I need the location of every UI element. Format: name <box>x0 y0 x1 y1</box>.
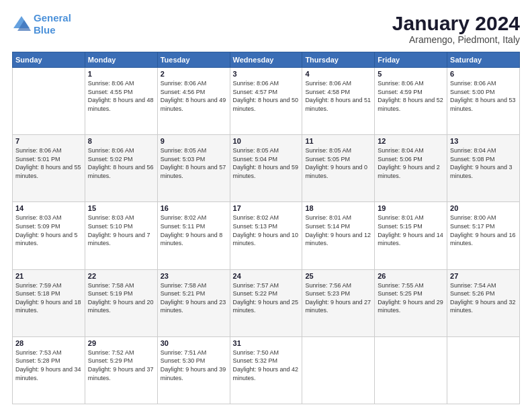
calendar-cell: 31Sunrise: 7:50 AMSunset: 5:32 PMDayligh… <box>230 336 302 404</box>
calendar-cell: 15Sunrise: 8:03 AMSunset: 5:10 PMDayligh… <box>85 202 157 269</box>
day-number: 12 <box>378 137 444 145</box>
header: General Blue January 2024 Aramengo, Pied… <box>12 12 520 45</box>
logo-text: General Blue <box>34 12 71 36</box>
weekday-header-thursday: Thursday <box>302 52 375 68</box>
calendar-cell: 10Sunrise: 8:05 AMSunset: 5:04 PMDayligh… <box>230 135 302 202</box>
day-number: 28 <box>15 339 82 347</box>
calendar-cell: 2Sunrise: 8:06 AMSunset: 4:56 PMDaylight… <box>157 68 230 135</box>
calendar-cell: 21Sunrise: 7:59 AMSunset: 5:18 PMDayligh… <box>13 269 85 336</box>
main-title: January 2024 <box>392 12 520 34</box>
day-info: Sunrise: 7:58 AMSunset: 5:21 PMDaylight:… <box>161 281 227 315</box>
day-info: Sunrise: 8:06 AMSunset: 4:59 PMDaylight:… <box>378 79 444 113</box>
day-info: Sunrise: 7:52 AMSunset: 5:29 PMDaylight:… <box>88 349 154 382</box>
day-number: 27 <box>450 272 517 280</box>
calendar-cell: 29Sunrise: 7:52 AMSunset: 5:29 PMDayligh… <box>85 336 157 404</box>
day-info: Sunrise: 8:02 AMSunset: 5:11 PMDaylight:… <box>161 214 227 247</box>
title-block: January 2024 Aramengo, Piedmont, Italy <box>392 12 520 45</box>
calendar-cell <box>375 336 447 404</box>
day-number: 17 <box>233 204 300 212</box>
calendar-cell: 9Sunrise: 8:05 AMSunset: 5:03 PMDaylight… <box>157 135 230 202</box>
day-info: Sunrise: 7:58 AMSunset: 5:19 PMDaylight:… <box>88 281 154 315</box>
logo: General Blue <box>12 12 71 36</box>
day-number: 11 <box>305 137 371 145</box>
day-info: Sunrise: 7:56 AMSunset: 5:23 PMDaylight:… <box>305 281 371 315</box>
calendar-cell: 13Sunrise: 8:04 AMSunset: 5:08 PMDayligh… <box>447 135 520 202</box>
weekday-header-friday: Friday <box>375 52 447 68</box>
day-info: Sunrise: 7:55 AMSunset: 5:25 PMDaylight:… <box>378 281 444 315</box>
page: General Blue January 2024 Aramengo, Pied… <box>0 0 532 411</box>
day-number: 3 <box>233 70 300 78</box>
day-number: 23 <box>161 272 227 280</box>
day-number: 31 <box>233 339 300 347</box>
calendar-cell: 27Sunrise: 7:54 AMSunset: 5:26 PMDayligh… <box>447 269 520 336</box>
day-number: 29 <box>88 339 154 347</box>
calendar-cell: 19Sunrise: 8:01 AMSunset: 5:15 PMDayligh… <box>375 202 447 269</box>
calendar-week-2: 7Sunrise: 8:06 AMSunset: 5:01 PMDaylight… <box>13 135 520 202</box>
calendar-cell: 3Sunrise: 8:06 AMSunset: 4:57 PMDaylight… <box>230 68 302 135</box>
calendar-cell: 7Sunrise: 8:06 AMSunset: 5:01 PMDaylight… <box>13 135 85 202</box>
calendar-cell: 26Sunrise: 7:55 AMSunset: 5:25 PMDayligh… <box>375 269 447 336</box>
day-info: Sunrise: 8:05 AMSunset: 5:04 PMDaylight:… <box>233 146 300 180</box>
day-number: 1 <box>88 70 154 78</box>
calendar-week-5: 28Sunrise: 7:53 AMSunset: 5:28 PMDayligh… <box>13 336 520 404</box>
day-info: Sunrise: 8:06 AMSunset: 5:00 PMDaylight:… <box>450 79 517 113</box>
day-info: Sunrise: 8:06 AMSunset: 4:55 PMDaylight:… <box>88 79 154 113</box>
day-info: Sunrise: 8:03 AMSunset: 5:09 PMDaylight:… <box>15 214 82 247</box>
day-number: 18 <box>305 204 371 212</box>
calendar-cell: 4Sunrise: 8:06 AMSunset: 4:58 PMDaylight… <box>302 68 375 135</box>
day-info: Sunrise: 8:04 AMSunset: 5:06 PMDaylight:… <box>378 146 444 180</box>
day-number: 4 <box>305 70 371 78</box>
day-number: 19 <box>378 204 444 212</box>
calendar-week-3: 14Sunrise: 8:03 AMSunset: 5:09 PMDayligh… <box>13 202 520 269</box>
day-info: Sunrise: 7:50 AMSunset: 5:32 PMDaylight:… <box>233 349 300 382</box>
day-info: Sunrise: 8:02 AMSunset: 5:13 PMDaylight:… <box>233 214 300 247</box>
day-info: Sunrise: 8:06 AMSunset: 4:57 PMDaylight:… <box>233 79 300 113</box>
calendar-table: SundayMondayTuesdayWednesdayThursdayFrid… <box>12 52 520 404</box>
day-info: Sunrise: 8:03 AMSunset: 5:10 PMDaylight:… <box>88 214 154 247</box>
logo-line1: General <box>34 12 71 24</box>
day-number: 24 <box>233 272 300 280</box>
day-number: 15 <box>88 204 154 212</box>
day-number: 6 <box>450 70 517 78</box>
calendar-cell: 6Sunrise: 8:06 AMSunset: 5:00 PMDaylight… <box>447 68 520 135</box>
calendar-cell: 24Sunrise: 7:57 AMSunset: 5:22 PMDayligh… <box>230 269 302 336</box>
logo-line2: Blue <box>34 24 56 36</box>
day-number: 26 <box>378 272 444 280</box>
calendar-cell: 25Sunrise: 7:56 AMSunset: 5:23 PMDayligh… <box>302 269 375 336</box>
weekday-header-tuesday: Tuesday <box>157 52 230 68</box>
calendar-cell: 28Sunrise: 7:53 AMSunset: 5:28 PMDayligh… <box>13 336 85 404</box>
day-info: Sunrise: 8:06 AMSunset: 5:01 PMDaylight:… <box>15 146 82 180</box>
weekday-header-row: SundayMondayTuesdayWednesdayThursdayFrid… <box>13 52 520 68</box>
calendar-cell: 5Sunrise: 8:06 AMSunset: 4:59 PMDaylight… <box>375 68 447 135</box>
day-info: Sunrise: 7:51 AMSunset: 5:30 PMDaylight:… <box>161 349 227 382</box>
day-number: 10 <box>233 137 300 145</box>
weekday-header-sunday: Sunday <box>13 52 85 68</box>
calendar-cell <box>302 336 375 404</box>
calendar-cell: 20Sunrise: 8:00 AMSunset: 5:17 PMDayligh… <box>447 202 520 269</box>
calendar-cell: 14Sunrise: 8:03 AMSunset: 5:09 PMDayligh… <box>13 202 85 269</box>
day-info: Sunrise: 7:57 AMSunset: 5:22 PMDaylight:… <box>233 281 300 315</box>
day-number: 20 <box>450 204 517 212</box>
day-number: 14 <box>15 204 82 212</box>
calendar-week-4: 21Sunrise: 7:59 AMSunset: 5:18 PMDayligh… <box>13 269 520 336</box>
calendar-cell: 22Sunrise: 7:58 AMSunset: 5:19 PMDayligh… <box>85 269 157 336</box>
calendar-cell <box>447 336 520 404</box>
sub-title: Aramengo, Piedmont, Italy <box>392 34 520 45</box>
day-info: Sunrise: 8:04 AMSunset: 5:08 PMDaylight:… <box>450 146 517 180</box>
weekday-header-monday: Monday <box>85 52 157 68</box>
calendar-cell: 12Sunrise: 8:04 AMSunset: 5:06 PMDayligh… <box>375 135 447 202</box>
day-info: Sunrise: 7:59 AMSunset: 5:18 PMDaylight:… <box>15 281 82 315</box>
day-number: 8 <box>88 137 154 145</box>
calendar-cell: 17Sunrise: 8:02 AMSunset: 5:13 PMDayligh… <box>230 202 302 269</box>
day-info: Sunrise: 8:06 AMSunset: 4:56 PMDaylight:… <box>161 79 227 113</box>
day-number: 2 <box>161 70 227 78</box>
day-info: Sunrise: 7:54 AMSunset: 5:26 PMDaylight:… <box>450 281 517 315</box>
day-info: Sunrise: 8:01 AMSunset: 5:14 PMDaylight:… <box>305 214 371 247</box>
calendar-cell <box>13 68 85 135</box>
day-number: 16 <box>161 204 227 212</box>
calendar-cell: 16Sunrise: 8:02 AMSunset: 5:11 PMDayligh… <box>157 202 230 269</box>
weekday-header-wednesday: Wednesday <box>230 52 302 68</box>
calendar-cell: 8Sunrise: 8:06 AMSunset: 5:02 PMDaylight… <box>85 135 157 202</box>
day-number: 22 <box>88 272 154 280</box>
day-number: 30 <box>161 339 227 347</box>
